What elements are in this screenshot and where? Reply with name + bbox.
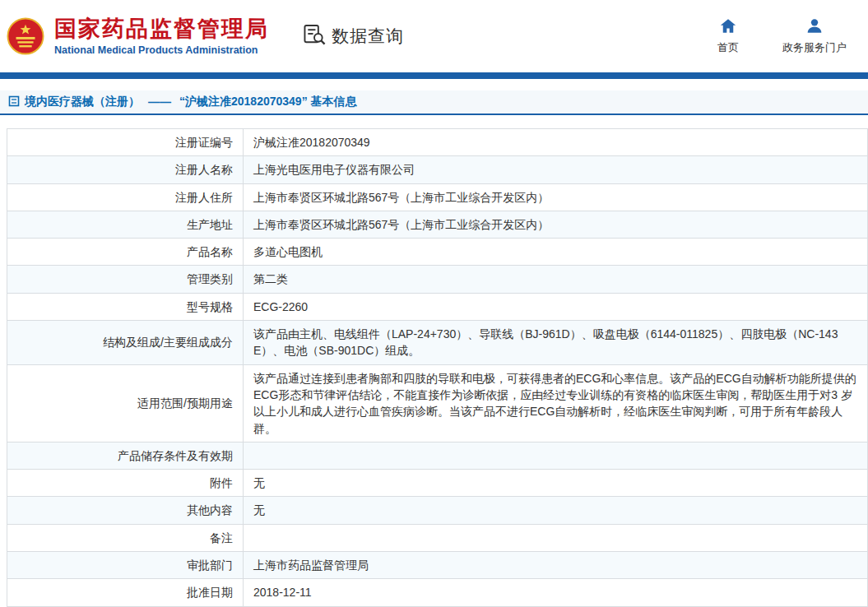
row-value: 第二类 xyxy=(244,266,868,293)
row-value: 2018-12-11 xyxy=(244,579,868,606)
table-row: 产品名称多道心电图机 xyxy=(7,239,868,266)
page: 国家药品监督管理局 National Medical Products Admi… xyxy=(0,0,868,607)
nav-portal[interactable]: 政务服务门户 xyxy=(782,18,847,55)
table-row: 产品储存条件及有效期 xyxy=(7,442,868,469)
national-emblem-icon xyxy=(7,16,44,56)
user-icon xyxy=(806,18,823,36)
brand-logo-link[interactable]: 国家药品监督管理局 National Medical Products Admi… xyxy=(7,16,269,56)
breadcrumb-separator: —— xyxy=(148,95,171,109)
row-value: 上海光电医用电子仪器有限公司 xyxy=(244,156,868,183)
row-label: 附件 xyxy=(7,470,244,497)
row-value: ECG-2260 xyxy=(244,293,868,320)
nav-data-query[interactable]: 数据查询 xyxy=(304,24,404,49)
row-label: 其他内容 xyxy=(7,497,244,524)
table-row: 注册人名称上海光电医用电子仪器有限公司 xyxy=(7,156,868,183)
row-value: 无 xyxy=(244,497,868,524)
row-value: 该产品由主机、电线组件（LAP-24+730）、导联线（BJ-961D）、吸盘电… xyxy=(244,321,868,365)
row-label: 生产地址 xyxy=(7,211,244,238)
row-label: 注册人住所 xyxy=(7,183,244,211)
row-label: 管理类别 xyxy=(7,266,244,293)
table-row: 型号规格ECG-2260 xyxy=(7,293,868,320)
breadcrumb-section-link[interactable]: 境内医疗器械（注册） xyxy=(25,95,140,109)
row-label: 注册人名称 xyxy=(7,156,244,183)
table-row: 结构及组成/主要组成成分该产品由主机、电线组件（LAP-24+730）、导联线（… xyxy=(7,321,868,365)
table-row: 其他内容无 xyxy=(7,497,868,524)
data-query-icon xyxy=(304,24,326,49)
nav-home-label: 首页 xyxy=(717,40,739,55)
row-label: 审批部门 xyxy=(7,552,244,579)
header-nav: 首页 政务服务门户 xyxy=(712,18,847,55)
table-row: 管理类别第二类 xyxy=(7,266,868,293)
table-row: 注册人住所上海市奉贤区环城北路567号（上海市工业综合开发区内） xyxy=(7,183,868,211)
main-content: 注册证编号沪械注准20182070349注册人名称上海光电医用电子仪器有限公司注… xyxy=(0,128,868,607)
table-row: 批准日期2018-12-11 xyxy=(7,579,868,606)
row-label: 产品名称 xyxy=(7,239,244,266)
table-row: 适用范围/预期用途该产品通过连接到患者胸部和四肢的导联和电极，可获得患者的ECG… xyxy=(7,364,868,442)
home-icon xyxy=(720,18,736,36)
registration-info-table: 注册证编号沪械注准20182070349注册人名称上海光电医用电子仪器有限公司注… xyxy=(7,128,868,607)
table-row: 审批部门上海市药品监督管理局 xyxy=(7,552,868,579)
nav-home[interactable]: 首页 xyxy=(712,18,745,55)
row-value: 上海市药品监督管理局 xyxy=(244,552,868,579)
nav-portal-label: 政务服务门户 xyxy=(782,40,847,55)
brand-text: 国家药品监督管理局 National Medical Products Admi… xyxy=(54,16,269,56)
row-label: 注册证编号 xyxy=(7,129,244,156)
row-label: 适用范围/预期用途 xyxy=(7,364,244,442)
table-row: 注册证编号沪械注准20182070349 xyxy=(7,129,868,156)
row-value: 上海市奉贤区环城北路567号（上海市工业综合开发区内） xyxy=(244,211,868,238)
table-row: 备注 xyxy=(7,524,868,551)
row-value xyxy=(244,442,868,469)
row-value: 无 xyxy=(244,470,868,497)
row-value: 多道心电图机 xyxy=(244,239,868,266)
row-value: 上海市奉贤区环城北路567号（上海市工业综合开发区内） xyxy=(244,183,868,211)
row-label: 批准日期 xyxy=(7,579,244,606)
row-label: 型号规格 xyxy=(7,293,244,320)
agency-name-en: National Medical Products Administration xyxy=(54,44,269,56)
breadcrumb-doc-icon xyxy=(8,95,20,109)
row-label: 备注 xyxy=(7,524,244,551)
row-value xyxy=(244,524,868,551)
row-label: 产品储存条件及有效期 xyxy=(7,442,244,469)
table-row: 附件无 xyxy=(7,470,868,497)
row-value: 该产品通过连接到患者胸部和四肢的导联和电极，可获得患者的ECG和心率信息。该产品… xyxy=(244,364,868,442)
data-query-label: 数据查询 xyxy=(332,25,404,48)
row-value: 沪械注准20182070349 xyxy=(244,129,868,156)
breadcrumb-page-title: “沪械注准20182070349” 基本信息 xyxy=(179,95,357,109)
header-divider-bar xyxy=(0,72,868,79)
table-row: 生产地址上海市奉贤区环城北路567号（上海市工业综合开发区内） xyxy=(7,211,868,238)
agency-name-cn: 国家药品监督管理局 xyxy=(54,16,269,42)
row-label: 结构及组成/主要组成成分 xyxy=(7,321,244,365)
site-header: 国家药品监督管理局 National Medical Products Admi… xyxy=(0,0,868,72)
info-table-body: 注册证编号沪械注准20182070349注册人名称上海光电医用电子仪器有限公司注… xyxy=(7,129,868,607)
breadcrumb: 境内医疗器械（注册） —— “沪械注准20182070349” 基本信息 xyxy=(0,90,868,115)
